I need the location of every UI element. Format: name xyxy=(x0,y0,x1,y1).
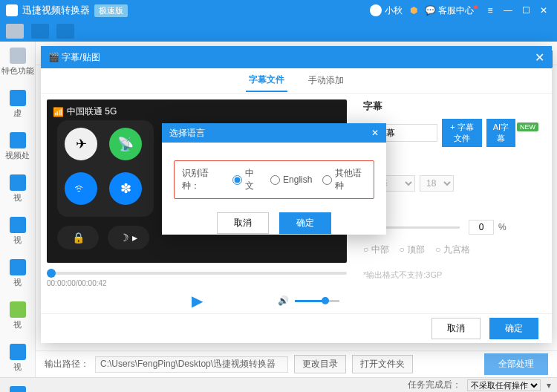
help-center-label: 客服中心 xyxy=(438,4,474,17)
cellular-icon: 📡 xyxy=(109,128,142,160)
pos-nine[interactable]: ○ 九宫格 xyxy=(435,244,470,256)
percent-label: % xyxy=(498,222,506,232)
toolbar-btn-1[interactable] xyxy=(6,24,24,39)
sidebar-item[interactable]: 字 xyxy=(10,386,26,392)
control-center: ✈ 📡 ᯤ ✽ xyxy=(57,120,154,217)
user-info[interactable]: 小秋 xyxy=(370,4,403,17)
signal-icon: 📶 xyxy=(53,107,64,117)
toolbar-btn-2[interactable] xyxy=(31,24,49,39)
sidebar-item[interactable]: 视 xyxy=(10,301,26,330)
modal1-ok-button[interactable]: 确定 xyxy=(489,318,538,339)
sidebar-item[interactable]: 视 xyxy=(10,259,26,288)
volume-slider[interactable] xyxy=(295,300,339,302)
degree-heading: 度 xyxy=(363,200,541,214)
sidebar-item[interactable]: 虚 xyxy=(10,90,26,119)
process-all-button[interactable]: 全部处理 xyxy=(484,353,548,375)
statusbar-label: 任务完成后： xyxy=(408,379,461,391)
modal2-cancel-button[interactable]: 取消 xyxy=(217,212,269,234)
shield-icon[interactable]: ⬢ xyxy=(410,5,417,16)
username: 小秋 xyxy=(385,4,403,17)
language-options: 识别语种： 中文 English 其他语种 xyxy=(174,160,374,199)
airplane-icon: ✈ xyxy=(65,128,97,160)
bluetooth-icon: ✽ xyxy=(109,172,142,205)
notification-dot-icon xyxy=(474,5,478,9)
ai-subtitle-button[interactable]: AI字幕 xyxy=(486,119,515,147)
add-subtitle-file-button[interactable]: + 字幕文件 xyxy=(442,119,482,147)
toolbar-btn-3[interactable] xyxy=(56,24,74,39)
sidebar: 特色功能 虚 视频处 视 视 视 视 视 字 xyxy=(0,42,36,377)
size-select[interactable]: 18 xyxy=(420,175,454,192)
lang-zh[interactable]: 中文 xyxy=(232,167,260,192)
select-language-modal: 选择语言 ✕ 识别语种： 中文 English 其他语种 取消 确定 xyxy=(162,123,386,235)
close-icon[interactable]: ✕ xyxy=(371,128,379,138)
output-path-input[interactable] xyxy=(95,356,288,373)
volume-icon[interactable]: 🔊 xyxy=(278,295,289,306)
sidebar-item[interactable]: 视 xyxy=(10,174,26,203)
settings-heading: 设置 xyxy=(363,156,541,169)
minimize-button[interactable]: — xyxy=(501,5,515,16)
status-bar: 任务完成后： 不采取任何操作 ▾ xyxy=(0,377,557,392)
sidebar-item[interactable]: 视 xyxy=(10,217,26,246)
sidebar-item[interactable]: 视 xyxy=(10,344,26,373)
seek-slider[interactable] xyxy=(47,272,347,275)
help-center[interactable]: 💬 客服中心 xyxy=(425,4,480,17)
modal1-cancel-button[interactable]: 取消 xyxy=(431,318,481,339)
app-logo-icon xyxy=(6,4,18,16)
close-icon[interactable]: ✕ xyxy=(535,50,544,65)
close-window-button[interactable]: ✕ xyxy=(536,5,551,16)
moon-pill-icon: ☽ ▸ xyxy=(108,226,149,249)
chevron-down-icon: ▾ xyxy=(547,380,551,391)
modal2-title: 选择语言 xyxy=(169,127,205,140)
subtitle-heading: 字幕 xyxy=(363,99,541,113)
language-label: 识别语种： xyxy=(182,167,222,192)
maximize-button[interactable]: ☐ xyxy=(518,5,533,16)
lock-pill-icon: 🔒 xyxy=(57,226,99,249)
modal1-title: 字幕/贴图 xyxy=(62,51,100,64)
change-dir-button[interactable]: 更改目录 xyxy=(294,355,346,373)
lang-other[interactable]: 其他语种 xyxy=(322,167,366,192)
output-bar: 输出路径： 更改目录 打开文件夹 全部处理 xyxy=(36,350,557,377)
edition-badge: 极速版 xyxy=(94,4,128,17)
format-hint: *输出格式不支持:3GP xyxy=(363,270,541,281)
output-label: 输出路径： xyxy=(45,358,89,370)
open-folder-button[interactable]: 打开文件夹 xyxy=(352,355,413,373)
sidebar-item[interactable]: 特色功能 xyxy=(1,48,34,76)
opacity-value[interactable] xyxy=(469,220,494,235)
app-title: 迅捷视频转换器 xyxy=(22,4,90,17)
tab-manual-add[interactable]: 手动添加 xyxy=(305,70,347,91)
menu-icon[interactable]: ≡ xyxy=(483,5,498,16)
after-task-select[interactable]: 不采取任何操作 xyxy=(467,379,541,391)
video-icon: 🎬 xyxy=(48,52,59,62)
pos-top[interactable]: ○ 顶部 xyxy=(400,244,426,256)
chat-icon: 💬 xyxy=(425,5,436,16)
new-badge: NEW xyxy=(517,122,538,131)
avatar-icon xyxy=(370,4,382,16)
lang-en[interactable]: English xyxy=(270,174,312,185)
timecode: 00:00:00/00:00:42 xyxy=(47,279,347,287)
modal2-ok-button[interactable]: 确定 xyxy=(279,212,331,234)
toolbar xyxy=(0,21,557,42)
title-bar: 迅捷视频转换器 极速版 小秋 ⬢ 💬 客服中心 ≡ — ☐ ✕ xyxy=(0,0,557,21)
tab-subtitle-file[interactable]: 字幕文件 xyxy=(246,69,287,92)
play-button[interactable]: ▶ xyxy=(192,292,203,310)
position-radios: ○ 中部 ○ 顶部 ○ 九宫格 xyxy=(363,244,541,256)
sidebar-item[interactable]: 视频处 xyxy=(5,132,30,161)
wifi-icon: ᯤ xyxy=(65,172,97,205)
pos-mid[interactable]: ○ 中部 xyxy=(363,244,389,256)
